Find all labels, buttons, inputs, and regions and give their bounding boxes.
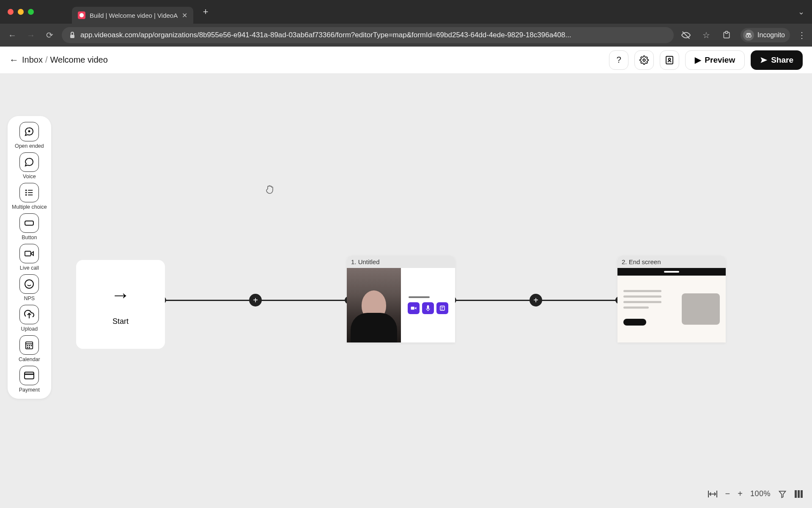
svg-point-11 bbox=[25, 190, 27, 191]
grab-cursor-icon bbox=[266, 184, 275, 195]
nps-icon bbox=[19, 274, 39, 294]
new-tab-button[interactable]: + bbox=[199, 6, 212, 18]
help-button[interactable]: ? bbox=[609, 50, 628, 70]
incognito-badge[interactable]: Incognito bbox=[741, 28, 790, 42]
browser-menu-icon[interactable]: ⋮ bbox=[798, 30, 806, 40]
svg-rect-18 bbox=[25, 251, 31, 256]
breadcrumb-page: Welcome video bbox=[50, 55, 108, 65]
zoom-out-button[interactable]: − bbox=[725, 489, 730, 499]
tool-open-ended[interactable]: Open ended bbox=[15, 122, 44, 149]
tool-button[interactable]: Button bbox=[19, 213, 39, 240]
browser-tab[interactable]: Build | Welcome video | VideoA ✕ bbox=[72, 7, 193, 24]
tool-label: Voice bbox=[23, 174, 36, 179]
close-tab-icon[interactable]: ✕ bbox=[182, 11, 187, 19]
header-actions: ? ▶ Preview Share bbox=[609, 50, 803, 70]
node-title: 2. End screen bbox=[617, 256, 726, 268]
star-icon[interactable]: ☆ bbox=[700, 29, 713, 41]
tabs-dropdown-icon[interactable]: ⌄ bbox=[798, 7, 804, 17]
template-button[interactable] bbox=[660, 50, 679, 70]
share-button[interactable]: Share bbox=[751, 50, 803, 70]
tool-label: Upload bbox=[21, 326, 38, 332]
address-bar[interactable]: app.videoask.com/app/organizations/8b955… bbox=[62, 27, 674, 43]
svg-point-13 bbox=[25, 192, 27, 193]
filter-button[interactable] bbox=[778, 490, 787, 498]
edge-step1-end: + bbox=[453, 300, 619, 301]
live-call-icon bbox=[19, 244, 39, 263]
video-answer-chip[interactable] bbox=[408, 302, 420, 314]
skeleton-button bbox=[623, 319, 646, 326]
multiple-choice-icon bbox=[19, 183, 39, 202]
minimize-window-dot[interactable] bbox=[18, 9, 24, 15]
node-title: 1. Untitled bbox=[347, 256, 455, 268]
svg-rect-37 bbox=[440, 306, 444, 310]
svg-rect-26 bbox=[27, 345, 28, 346]
video-thumbnail bbox=[347, 268, 401, 342]
answer-type-panel bbox=[401, 268, 455, 342]
fit-width-button[interactable] bbox=[708, 490, 718, 498]
extensions-icon[interactable] bbox=[720, 29, 733, 41]
svg-rect-47 bbox=[798, 490, 800, 498]
zoom-level: 100% bbox=[750, 489, 771, 498]
lock-icon bbox=[69, 32, 75, 39]
open-ended-icon bbox=[19, 122, 39, 141]
audio-answer-chip[interactable] bbox=[422, 302, 434, 314]
tool-voice[interactable]: Voice bbox=[19, 152, 39, 179]
svg-point-0 bbox=[80, 13, 84, 17]
svg-rect-1 bbox=[70, 35, 74, 38]
zoom-in-button[interactable]: + bbox=[738, 489, 743, 499]
start-label: Start bbox=[112, 317, 129, 326]
zoom-controls: − + 100% bbox=[708, 489, 803, 499]
incognito-icon bbox=[743, 30, 754, 41]
forward-button[interactable]: → bbox=[25, 29, 37, 41]
answer-chips bbox=[408, 302, 448, 314]
node-toolbox: Open ended Voice Multiple choice Button … bbox=[8, 116, 51, 399]
preview-label: Preview bbox=[705, 55, 735, 65]
reload-button[interactable]: ⟳ bbox=[43, 29, 56, 41]
breadcrumb[interactable]: ← Inbox / Welcome video bbox=[9, 55, 108, 66]
node-body bbox=[617, 268, 726, 342]
tool-multiple-choice[interactable]: Multiple choice bbox=[12, 183, 47, 210]
node-step-1[interactable]: 1. Untitled bbox=[347, 256, 455, 342]
svg-point-6 bbox=[749, 35, 751, 37]
browser-tab-title: Build | Welcome video | VideoA bbox=[90, 12, 178, 19]
node-end-screen[interactable]: 2. End screen bbox=[617, 256, 726, 342]
layout-toggle-button[interactable] bbox=[794, 490, 803, 498]
url-text: app.videoask.com/app/organizations/8b955… bbox=[80, 31, 571, 39]
text-answer-chip[interactable] bbox=[436, 302, 448, 314]
svg-rect-27 bbox=[29, 345, 30, 346]
tool-live-call[interactable]: Live call bbox=[19, 244, 39, 271]
skeleton-lines bbox=[623, 290, 661, 309]
traffic-lights bbox=[8, 9, 34, 15]
add-node-button[interactable]: + bbox=[529, 294, 542, 306]
add-node-button[interactable]: + bbox=[249, 294, 262, 306]
preview-button[interactable]: ▶ Preview bbox=[685, 50, 745, 70]
svg-rect-14 bbox=[28, 192, 33, 193]
tool-nps[interactable]: NPS bbox=[19, 274, 39, 301]
tool-payment[interactable]: Payment bbox=[19, 366, 40, 393]
edge-start-step1: + bbox=[162, 300, 348, 301]
svg-rect-35 bbox=[427, 305, 429, 309]
eye-off-icon[interactable] bbox=[680, 29, 692, 41]
maximize-window-dot[interactable] bbox=[28, 9, 34, 15]
svg-rect-48 bbox=[801, 490, 803, 498]
svg-rect-31 bbox=[25, 372, 34, 379]
svg-rect-28 bbox=[31, 345, 32, 346]
arrow-right-icon: → bbox=[111, 283, 130, 306]
back-button[interactable]: ← bbox=[6, 29, 19, 41]
close-window-dot[interactable] bbox=[8, 9, 14, 15]
calendar-icon bbox=[19, 335, 39, 355]
svg-marker-19 bbox=[31, 251, 33, 255]
node-body bbox=[347, 268, 455, 342]
settings-button[interactable] bbox=[634, 50, 654, 70]
svg-rect-33 bbox=[411, 307, 414, 310]
app-header: ← Inbox / Welcome video ? ▶ Preview Shar… bbox=[0, 47, 812, 74]
flow-canvas[interactable]: Open ended Voice Multiple choice Button … bbox=[0, 74, 812, 508]
breadcrumb-parent: Inbox bbox=[22, 55, 43, 65]
svg-rect-12 bbox=[28, 190, 33, 191]
tool-upload[interactable]: Upload bbox=[19, 305, 39, 332]
tool-calendar[interactable]: Calendar bbox=[19, 335, 40, 362]
breadcrumb-separator: / bbox=[45, 55, 48, 65]
tool-label: NPS bbox=[24, 295, 35, 301]
node-start[interactable]: → Start bbox=[76, 260, 165, 349]
svg-rect-17 bbox=[25, 221, 33, 225]
